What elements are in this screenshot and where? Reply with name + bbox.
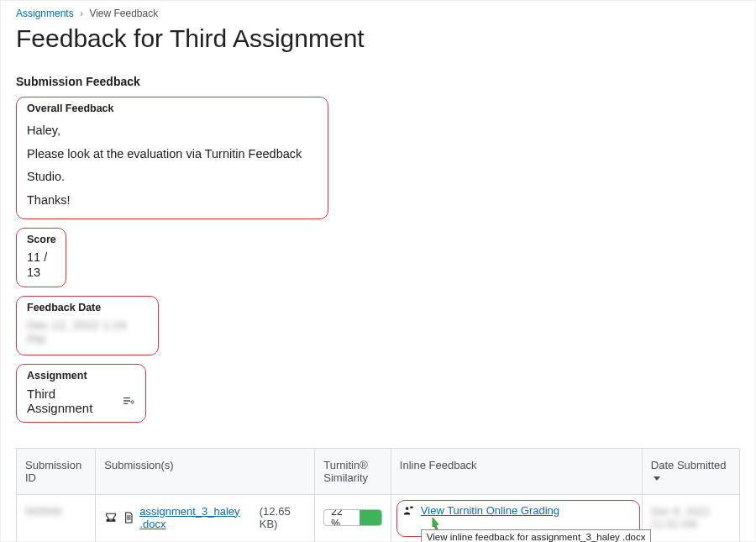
col-header-date-submitted[interactable]: Date Submitted: [642, 448, 739, 494]
breadcrumb-current: View Feedback: [89, 8, 158, 19]
col-header-submissions[interactable]: Submission(s): [96, 448, 315, 494]
feedback-line: Please look at the evaluation via Turnit…: [27, 143, 318, 189]
breadcrumb-parent-link[interactable]: Assignments: [16, 8, 74, 19]
submissions-table: Submission ID Submission(s) Turnitin® Si…: [16, 448, 740, 542]
overall-feedback-box: Overall Feedback Haley, Please look at t…: [16, 97, 328, 219]
col-header-submission-id[interactable]: Submission ID: [17, 448, 96, 494]
overall-feedback-body: Haley, Please look at the evaluation via…: [27, 119, 318, 212]
breadcrumb: Assignments › View Feedback: [16, 8, 740, 19]
inline-feedback-tooltip: View inline feedback for assignment_3_ha…: [421, 529, 652, 542]
col-header-similarity[interactable]: Turnitin® Similarity: [315, 448, 391, 494]
breadcrumb-separator-icon: ›: [80, 8, 83, 19]
assignment-settings-icon: [122, 394, 135, 408]
document-icon: [122, 511, 135, 524]
view-turnitin-link[interactable]: View Turnitin Online Grading: [421, 504, 559, 517]
cell-submissions: assignment_3_haley .docx (12.65 KB): [96, 494, 315, 542]
cell-inline-feedback: View Turnitin Online Grading View inline…: [391, 494, 642, 542]
feedback-date-value: Dec 12, 2022 1:24 PM: [27, 318, 148, 348]
similarity-bar: [360, 510, 381, 525]
score-value: 11 / 13: [27, 250, 55, 280]
feedback-date-box: Feedback Date Dec 12, 2022 1:24 PM: [16, 296, 159, 355]
table-row: 000000 assignment_3_haley .docx (12.65 K…: [17, 494, 740, 542]
assignment-value: Third Assignment: [27, 387, 117, 415]
submission-feedback-heading: Submission Feedback: [16, 75, 740, 88]
assignment-line: Third Assignment: [27, 387, 135, 415]
feedback-line: Haley,: [27, 119, 318, 143]
score-box: Score 11 / 13: [16, 228, 66, 287]
score-label: Score: [27, 234, 55, 245]
inline-feedback-highlight: View Turnitin Online Grading View inline…: [396, 500, 640, 537]
assignment-box: Assignment Third Assignment: [16, 364, 146, 423]
table-header-row: Submission ID Submission(s) Turnitin® Si…: [17, 448, 740, 494]
similarity-pill[interactable]: 22 %: [323, 509, 382, 526]
submission-file-link[interactable]: assignment_3_haley .docx: [139, 505, 255, 530]
cell-similarity: 22 %: [315, 494, 391, 542]
svg-rect-2: [410, 506, 412, 508]
feedback-page: Assignments › View Feedback Feedback for…: [0, 0, 756, 542]
feedback-date-label: Feedback Date: [27, 302, 148, 313]
assignment-label: Assignment: [27, 370, 135, 382]
cell-date-submitted: Dec 9, 2022 11:52 AM: [642, 494, 739, 542]
sort-desc-icon: [654, 476, 660, 481]
overall-feedback-label: Overall Feedback: [27, 103, 318, 114]
feedback-line: Thanks!: [27, 189, 318, 213]
file-size: (12.65 KB): [260, 505, 307, 530]
col-header-date-label: Date Submitted: [651, 459, 727, 471]
instructor-icon: [402, 504, 416, 518]
svg-point-0: [131, 401, 134, 403]
submission-id-value: 000000: [25, 505, 61, 518]
page-title: Feedback for Third Assignment: [16, 24, 740, 53]
cell-submission-id: 000000: [17, 494, 96, 542]
svg-point-1: [406, 507, 409, 510]
similarity-percent: 22 %: [324, 509, 359, 526]
col-header-inline-feedback[interactable]: Inline Feedback: [391, 448, 642, 494]
date-submitted-value: Dec 9, 2022 11:52 AM: [651, 505, 710, 530]
inbox-icon: [104, 511, 118, 524]
